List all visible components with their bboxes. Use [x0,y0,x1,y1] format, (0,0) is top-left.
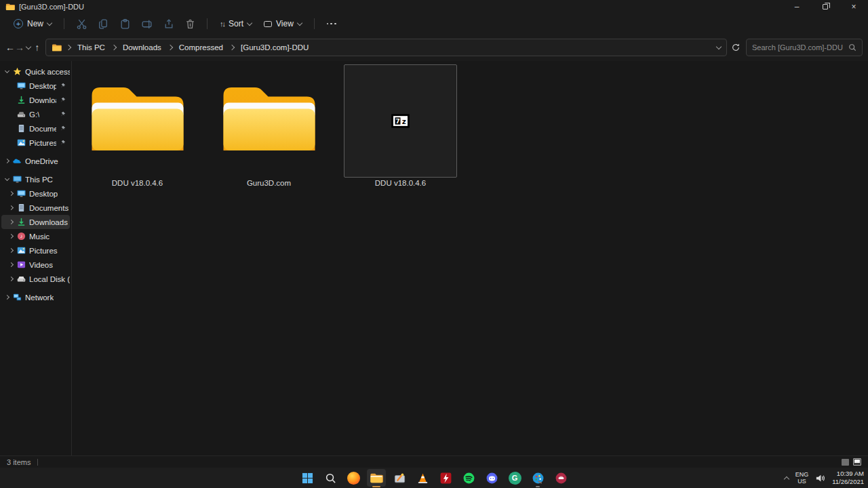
file-item-7z-archive[interactable]: 7 z DDU v18.0.4.6 [344,64,457,187]
breadcrumb-current-folder[interactable]: [Guru3D.com]-DDU [239,42,311,53]
drive-icon [16,110,26,119]
sidebar-item-desktop-qa[interactable]: Desktop [1,79,70,93]
taskbar-search-button[interactable] [321,469,340,487]
chevron-collapsed-icon [9,262,14,267]
spotify-button[interactable] [459,469,478,487]
trash-icon [184,18,196,30]
copy-button[interactable] [93,16,113,32]
large-icons-view-button[interactable] [853,458,861,466]
breadcrumb-compressed[interactable]: Compressed [177,42,225,53]
recent-locations-button[interactable] [24,39,33,56]
share-button[interactable] [158,16,178,32]
spotify-icon [462,472,475,485]
chevron-down-icon [47,20,52,25]
tray-overflow-chevron[interactable] [783,476,789,481]
command-toolbar: + New [0,14,868,34]
search-input[interactable] [752,43,848,52]
back-button[interactable]: ← [5,39,15,56]
file-item-folder-ddu[interactable]: DDU v18.0.4.6 [81,64,194,187]
grammarly-icon: G [509,472,521,485]
folder-icon [87,79,189,163]
file-explorer-window: [Guru3D.com]-DDU – × + New [0,0,868,488]
scissors-icon [76,18,87,30]
speaker-icon[interactable] [815,473,825,483]
sidebar-item-pictures-qa[interactable]: Pictures [1,136,70,150]
share-icon [163,18,174,30]
address-dropdown-icon[interactable] [716,43,722,49]
sort-button[interactable]: ↑↓ Sort [214,16,257,31]
sidebar-item-downloads-qa[interactable]: Downloads [1,93,70,107]
breadcrumb-downloads[interactable]: Downloads [121,42,163,53]
view-label: View [276,19,294,28]
sidebar-item-videos[interactable]: Videos [1,258,70,272]
forward-button[interactable]: → [15,39,24,56]
folder-icon [218,79,320,163]
sidebar-item-music[interactable]: ♪ Music [1,229,70,243]
msi-afterburner-button[interactable] [436,469,455,487]
breadcrumb-separator-icon [167,45,173,50]
window-title: [Guru3D.com]-DDU [19,3,84,11]
clock[interactable]: 10:39 AM 11/26/2021 [832,470,864,486]
language-indicator[interactable]: ENG US [795,471,809,485]
sidebar-item-documents[interactable]: Documents [1,201,70,215]
address-bar[interactable]: This PC Downloads Compressed [Guru3D.com… [45,39,727,56]
details-view-button[interactable] [842,459,849,466]
up-button[interactable]: ↑ [33,39,42,56]
download-icon [16,96,26,105]
cut-button[interactable] [71,16,92,32]
sidebar-item-onedrive[interactable]: OneDrive [1,154,70,168]
breadcrumb-this-pc[interactable]: This PC [75,42,107,53]
rename-button[interactable] [136,16,157,32]
media-app-button[interactable] [551,469,570,487]
grammarly-button[interactable]: G [505,469,524,487]
paste-button[interactable] [115,16,135,32]
refresh-icon [731,43,741,52]
sidebar-item-network[interactable]: Network [1,290,70,304]
minimize-button[interactable]: – [783,0,811,14]
discord-button[interactable] [482,469,501,487]
file-explorer-button[interactable] [367,469,386,487]
pin-icon [60,97,70,103]
sidebar-item-desktop[interactable]: Desktop [1,186,70,201]
status-separator [37,459,38,466]
firefox-button[interactable] [344,469,363,487]
chevron-collapsed-icon [9,248,14,253]
restore-button[interactable] [811,0,840,14]
hard-disk-icon [16,274,26,284]
pin-icon [60,83,70,89]
new-button[interactable]: + New [8,16,57,31]
onedrive-cloud-icon [12,157,22,166]
tray-date: 11/26/2021 [832,478,864,485]
refresh-button[interactable] [731,39,741,56]
discord-icon [486,472,498,485]
pin-icon [60,111,70,117]
paint-palette-button[interactable] [528,469,547,487]
pictures-icon [16,246,26,256]
sidebar-item-local-disk-c[interactable]: Local Disk (C:) [1,272,70,286]
status-bar: 3 items [0,455,868,468]
sidebar-item-this-pc[interactable]: This PC [1,172,70,186]
pin-icon [60,140,70,146]
language-line2: US [797,478,806,485]
pin-icon [60,125,70,131]
delete-button[interactable] [180,16,200,32]
close-button[interactable]: × [840,0,868,14]
breadcrumb-separator-icon [66,45,71,50]
sidebar-item-pictures[interactable]: Pictures [1,243,70,258]
more-options-button[interactable] [321,20,342,28]
chevron-down-icon [26,43,31,49]
file-item-folder-guru3d[interactable]: Guru3D.com [212,64,326,187]
sidebar-item-quick-access[interactable]: Quick access [1,64,70,79]
media-app-icon [555,472,568,485]
sidebar-item-documents-qa[interactable]: Documents [1,121,70,136]
sidebar-item-g-drive[interactable]: G:\ [1,107,70,121]
paste-icon [119,18,131,30]
new-label: New [27,19,43,28]
view-button[interactable]: View [258,16,307,31]
selected-item-box: 7 z [344,64,457,178]
search-box[interactable] [746,39,863,56]
sidebar-item-downloads[interactable]: Downloads [1,215,70,229]
ccleaner-button[interactable] [390,469,409,487]
start-button[interactable] [298,469,317,487]
vlc-button[interactable] [413,469,432,487]
